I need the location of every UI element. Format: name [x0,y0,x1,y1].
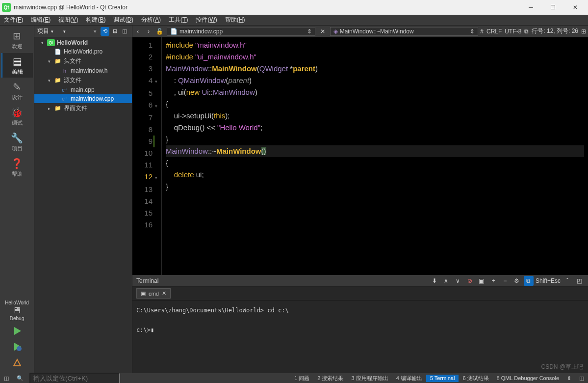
maximize-panel-icon[interactable]: ◰ [574,276,584,286]
cmd-icon: ▣ [141,290,146,297]
menu-D[interactable]: 调试(D) [109,15,137,25]
mode-帮助[interactable]: ❓帮助 [1,155,33,180]
chevron-down-icon: ▾ [63,29,66,34]
mode-设计[interactable]: ✎设计 [1,79,33,103]
term-tool-icon[interactable]: ⬇ [430,276,439,286]
close-tab-icon[interactable]: ✕ [162,290,166,297]
toggle-sidebar-button[interactable]: ◫ [0,375,13,382]
close-button[interactable]: ✕ [564,0,586,15]
copy-icon[interactable]: ⧉ [524,28,529,35]
symbol-dropdown[interactable]: ◈ MainWindow::~MainWindow ⇕ [330,27,479,36]
menu-E[interactable]: 编辑(E) [27,15,54,25]
output-tab-5[interactable]: 5 Terminal [426,375,459,382]
add-icon[interactable]: ⊞ [110,27,119,36]
cursor-position[interactable]: 行号: 12, 列号: 26 [532,27,578,35]
split-icon[interactable]: ⊞ [581,28,586,35]
menu-T[interactable]: 工具(T) [165,15,192,25]
toggle-right-button[interactable]: ◫ [575,375,588,382]
editor-area: ‹ › 🔓 📄 mainwindow.cpp ⇕ ✕ ◈ MainWindow:… [132,26,588,373]
svg-marker-0 [14,327,21,335]
svg-point-2 [17,346,22,351]
mode-selector: ⊞欢迎▤编辑✎设计🐞调试🔧项目❓帮助 HelloWorld 🖥 Debug [0,26,34,373]
tree-item[interactable]: ▸📁界面文件 [34,103,132,113]
term-remove-icon[interactable]: − [500,276,510,286]
menu-W[interactable]: 控件(W) [192,15,221,25]
qt-logo-icon: Qt [2,3,11,12]
code-editor[interactable]: 1234▾56▾789101112▾13141516 #include "mai… [132,37,588,275]
target-selector[interactable]: HelloWorld 🖥 Debug [5,300,29,321]
encoding-label[interactable]: UTF-8 [505,28,521,35]
link-icon[interactable]: ⟲ [101,27,109,36]
term-clear-icon[interactable]: ⊘ [465,276,475,286]
output-tab-8[interactable]: 8 QML Debugger Console [493,375,563,382]
menu-F[interactable]: 文件(F) [0,15,27,25]
nav-back-button[interactable]: ‹ [133,27,143,36]
close-file-button[interactable]: ✕ [318,27,328,36]
locator-input[interactable] [29,373,120,383]
project-tree[interactable]: ▾QtHelloWorld📄HelloWorld.pro▾📁头文件hmainwi… [34,37,132,373]
output-tab-3[interactable]: 3 应用程序输出 [348,375,392,382]
menu-B[interactable]: 构建(B) [82,15,109,25]
tree-item[interactable]: 📄HelloWorld.pro [34,47,132,56]
term-tool-icon[interactable]: ∧ [441,276,451,286]
tree-item[interactable]: ▾📁源文件 [34,75,132,85]
term-link-icon[interactable]: ⧉ [524,276,534,286]
chevron-icon: ⇕ [470,28,475,35]
term-add-icon[interactable]: + [488,276,498,286]
statusbar: ◫ 🔍 1 问题2 搜索结果3 应用程序输出4 编译输出5 Terminal6 … [0,373,588,383]
search-icon[interactable]: 🔍 [13,375,27,382]
menubar: 文件(F)编辑(E)视图(V)构建(B)调试(D)分析(A)工具(T)控件(W)… [0,15,588,26]
chevron-icon: ⇕ [307,28,312,35]
mode-欢迎[interactable]: ⊞欢迎 [1,27,33,52]
maximize-button[interactable]: ☐ [542,0,564,15]
build-button[interactable] [7,355,27,370]
window-title: mainwindow.cpp @ HelloWorld - Qt Creator [14,4,128,11]
term-tool-icon[interactable]: ∨ [453,276,463,286]
output-tab-2[interactable]: 2 搜索结果 [313,375,347,382]
output-tab-6[interactable]: 6 测试结果 [459,375,492,382]
shortcut-label: Shift+Esc [536,277,561,284]
mode-项目[interactable]: 🔧项目 [1,130,33,154]
gear-icon[interactable]: ⚙ [512,276,522,286]
lock-icon[interactable]: 🔓 [154,27,164,36]
menu-V[interactable]: 视图(V) [54,15,82,25]
terminal-tab[interactable]: ▣ cmd ✕ [136,288,171,299]
tree-item[interactable]: c⁺main.cpp [34,85,132,94]
file-icon: 📄 [170,28,178,35]
run-button[interactable] [7,323,27,339]
minimize-button[interactable]: ─ [520,0,542,15]
mode-编辑[interactable]: ▤编辑 [1,53,33,78]
debug-run-button[interactable] [7,339,27,355]
menu-A[interactable]: 分析(A) [137,15,165,25]
term-tool-icon[interactable]: ▣ [477,276,486,286]
titlebar: Qt mainwindow.cpp @ HelloWorld - Qt Crea… [0,0,588,15]
nav-forward-button[interactable]: › [144,27,153,36]
output-tab-1[interactable]: 1 问题 [290,375,313,382]
collapse-icon[interactable]: ˇ [562,276,572,286]
chevron-icon[interactable]: ⇕ [563,375,575,382]
tree-item[interactable]: ▾QtHelloWorld [34,38,132,47]
hash-label: # [480,28,484,35]
project-panel-title[interactable]: 项目 [37,27,49,35]
method-icon: ◈ [333,28,338,35]
tree-item[interactable]: hmainwindow.h [34,66,132,75]
terminal-title: Terminal [136,277,158,284]
menu-H[interactable]: 帮助(H) [221,15,249,25]
line-ending-label[interactable]: CRLF [486,28,502,35]
tree-item[interactable]: c⁺mainwindow.cpp [34,94,132,103]
watermark: CSDN @草上吧 [541,363,583,371]
tree-item[interactable]: ▾📁头文件 [34,56,132,66]
split-icon[interactable]: ◫ [120,27,129,36]
project-panel: 项目 ▾ ▾ ▿ ⟲ ⊞ ◫ ▾QtHelloWorld📄HelloWorld.… [34,26,132,373]
terminal-panel: Terminal ⬇ ∧ ∨ ⊘ ▣ + − ⚙ ⧉ Shift+Esc ˇ ◰ [132,275,588,373]
mode-调试[interactable]: 🐞调试 [1,104,33,129]
filter-icon[interactable]: ▿ [91,27,100,36]
output-tab-4[interactable]: 4 编译输出 [392,375,426,382]
terminal-body[interactable]: C:\Users\zhang\Documents\HelloWorld> cd … [132,301,588,373]
chevron-down-icon: ▾ [51,29,53,34]
file-dropdown[interactable]: 📄 mainwindow.cpp ⇕ [167,27,315,36]
